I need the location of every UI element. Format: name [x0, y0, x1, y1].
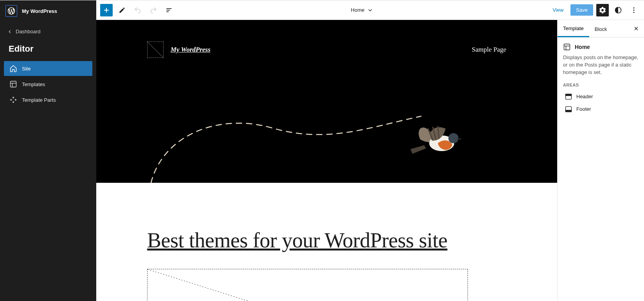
- header-icon: [565, 93, 572, 101]
- back-to-dashboard-link[interactable]: Dashboard: [0, 22, 96, 38]
- nav-item-label: Template Parts: [22, 97, 56, 103]
- template-parts-icon: [9, 96, 17, 104]
- featured-image-placeholder[interactable]: [147, 269, 468, 301]
- template-description: Displays posts on the homepage, or on th…: [563, 54, 639, 76]
- undo-icon: [134, 6, 142, 14]
- admin-sidebar: My WordPress Dashboard Editor Site Templ…: [0, 0, 96, 301]
- pencil-icon: [119, 7, 126, 14]
- more-vertical-icon: [630, 6, 638, 14]
- more-options-button[interactable]: [628, 4, 640, 16]
- editor-topbar: Home View Save: [96, 0, 644, 20]
- save-button[interactable]: Save: [570, 4, 593, 16]
- nav-item-site[interactable]: Site: [4, 61, 92, 76]
- home-icon: [9, 65, 17, 72]
- editor-nav: Site Templates Template Parts: [0, 61, 96, 107]
- svg-point-8: [633, 7, 635, 8]
- inspector-tabs: Template Block: [558, 20, 644, 38]
- back-label: Dashboard: [16, 29, 41, 34]
- styles-button[interactable]: [612, 4, 624, 16]
- close-inspector-button[interactable]: [628, 22, 644, 36]
- svg-rect-0: [11, 81, 16, 87]
- areas-heading: AREAS: [563, 83, 639, 87]
- site-title-block[interactable]: My WordPress: [171, 46, 210, 54]
- nav-item-label: Templates: [22, 81, 45, 87]
- hero-block[interactable]: My WordPress Sample Page: [96, 20, 557, 183]
- gear-icon: [599, 6, 606, 14]
- document-title: Home: [351, 7, 365, 13]
- nav-item-templates[interactable]: Templates: [4, 77, 92, 92]
- area-label: Header: [576, 94, 593, 99]
- edit-tool-button[interactable]: [116, 4, 128, 16]
- template-name: Home: [575, 44, 590, 50]
- svg-point-12: [448, 133, 459, 143]
- editor-canvas[interactable]: My WordPress Sample Page: [96, 20, 557, 301]
- svg-rect-21: [566, 94, 572, 96]
- svg-point-9: [633, 9, 635, 11]
- svg-line-14: [148, 269, 468, 301]
- settings-button[interactable]: [596, 4, 609, 16]
- list-view-button[interactable]: [163, 4, 175, 16]
- post-block[interactable]: Best themes for your WordPress site: [96, 183, 557, 301]
- bird-illustration: [408, 122, 463, 161]
- footer-icon: [565, 105, 572, 113]
- chevron-down-icon: [367, 7, 373, 13]
- post-title[interactable]: Best themes for your WordPress site: [147, 228, 506, 252]
- svg-marker-13: [458, 137, 462, 140]
- site-logo-placeholder[interactable]: [147, 41, 164, 58]
- close-icon: [633, 25, 639, 32]
- main-area: Home View Save: [96, 0, 644, 301]
- sidebar-header: My WordPress: [0, 0, 96, 22]
- contrast-icon: [614, 6, 622, 14]
- layout-icon: [9, 80, 17, 88]
- plus-icon: [103, 6, 110, 14]
- nav-item-label: Site: [22, 66, 31, 72]
- block-inserter-button[interactable]: [100, 4, 113, 16]
- list-view-icon: [165, 6, 173, 14]
- area-label: Footer: [576, 106, 591, 112]
- site-name[interactable]: My WordPress: [22, 8, 57, 14]
- tab-template[interactable]: Template: [558, 20, 589, 37]
- redo-button[interactable]: [147, 4, 160, 16]
- template-name-row: Home: [563, 43, 639, 51]
- settings-inspector: Template Block Home Displays posts on th…: [557, 20, 644, 301]
- svg-point-10: [633, 12, 635, 13]
- document-selector[interactable]: Home: [351, 7, 373, 13]
- redo-icon: [149, 6, 157, 14]
- area-item-header[interactable]: Header: [563, 90, 639, 103]
- area-item-footer[interactable]: Footer: [563, 103, 639, 115]
- layout-icon: [563, 43, 571, 51]
- tab-block[interactable]: Block: [589, 21, 613, 37]
- editor-title: Editor: [0, 38, 96, 61]
- view-button[interactable]: View: [549, 5, 567, 15]
- svg-rect-23: [566, 110, 572, 112]
- nav-item-template-parts[interactable]: Template Parts: [4, 92, 92, 107]
- wordpress-logo-icon[interactable]: [5, 5, 17, 17]
- nav-link-sample-page[interactable]: Sample Page: [472, 46, 506, 54]
- undo-button[interactable]: [131, 4, 144, 16]
- svg-rect-17: [564, 44, 570, 50]
